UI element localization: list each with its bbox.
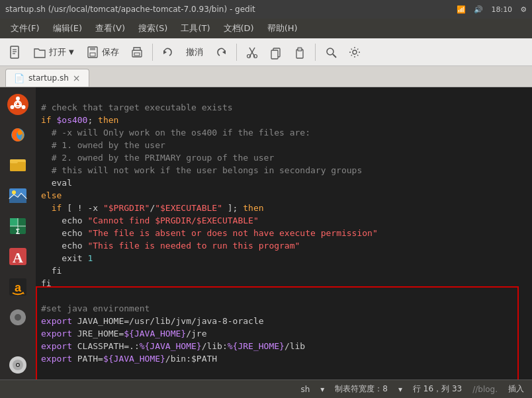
cut-button[interactable] (241, 41, 263, 63)
new-button[interactable] (4, 41, 26, 63)
cursor-position: 行 16，列 33 (413, 383, 462, 395)
svg-rect-32 (10, 162, 26, 171)
svg-rect-0 (11, 46, 19, 58)
time-display: 18:10 (491, 5, 512, 14)
svg-text:A: A (13, 249, 23, 266)
find-button[interactable] (320, 41, 342, 63)
svg-marker-10 (222, 50, 226, 54)
toolbar: 打开 ▼ 保存 撤消 (0, 38, 532, 66)
menu-docs[interactable]: 文档(D) (218, 21, 259, 36)
svg-line-20 (333, 54, 336, 58)
undo-button[interactable] (157, 41, 179, 63)
svg-text:a: a (15, 281, 22, 294)
menu-bar: 文件(F) 编辑(E) 查看(V) 搜索(S) 工具(T) 文档(D) 帮助(H… (0, 19, 532, 38)
undo-text: 撤消 (186, 46, 203, 58)
svg-rect-48 (17, 309, 19, 313)
save-label: 保存 (102, 46, 119, 58)
svg-text:Σ: Σ (16, 228, 20, 235)
print-button[interactable] (126, 41, 148, 63)
separator-dot: ▾ (320, 385, 324, 394)
left-sidebar: Σ A a (0, 87, 36, 379)
svg-point-24 (11, 105, 15, 109)
image-viewer-icon[interactable] (3, 181, 32, 210)
redo-button[interactable] (210, 41, 232, 63)
font-manager-icon[interactable]: A (3, 242, 32, 271)
tab-startup-sh[interactable]: 📄 startup.sh × (5, 69, 89, 87)
svg-point-23 (16, 97, 20, 100)
open-button[interactable]: 打开 ▼ (28, 43, 79, 61)
menu-help[interactable]: 帮助(H) (262, 21, 303, 36)
undo-label-btn[interactable]: 撤消 (181, 44, 208, 61)
svg-rect-6 (90, 53, 95, 56)
svg-marker-9 (163, 50, 167, 54)
system-settings-icon[interactable] (3, 303, 32, 332)
tab-icon: 📄 (14, 73, 24, 83)
svg-rect-5 (90, 47, 95, 50)
status-right: sh ▾ 制表符宽度：8 ▾ 行 16，列 33 //blog. 插入 (300, 383, 524, 395)
svg-rect-16 (271, 50, 278, 59)
ubuntu-icon[interactable] (3, 90, 32, 119)
settings-icon[interactable]: ⚙ (520, 5, 527, 14)
save-button[interactable]: 保存 (81, 43, 124, 61)
svg-rect-18 (298, 48, 302, 51)
spreadsheet-icon[interactable]: Σ (3, 212, 32, 241)
copy-button[interactable] (265, 41, 287, 63)
tab-close-button[interactable]: × (73, 73, 81, 83)
svg-point-21 (353, 50, 357, 54)
svg-point-19 (327, 48, 333, 55)
svg-point-25 (22, 105, 26, 109)
code-content: # check that target executable exists if… (36, 87, 532, 379)
open-arrow: ▼ (69, 48, 74, 56)
menu-tools[interactable]: 工具(T) (175, 21, 215, 36)
app-title: startup.sh (/usr/local/tomcat/apache-tom… (5, 5, 255, 14)
main-content: Σ A a (0, 87, 532, 379)
language-mode[interactable]: sh (300, 385, 310, 394)
menu-edit[interactable]: 编辑(E) (48, 21, 87, 36)
separator-dot2: ▾ (398, 385, 402, 394)
svg-rect-37 (10, 218, 18, 226)
svg-point-55 (17, 364, 19, 366)
volume-status: 🔊 (474, 5, 483, 14)
svg-point-47 (15, 314, 21, 321)
svg-point-35 (12, 190, 16, 194)
status-bar: sh ▾ 制表符宽度：8 ▾ 行 16，列 33 //blog. 插入 (0, 379, 532, 398)
amazon-icon[interactable]: a (3, 272, 32, 301)
svg-rect-51 (22, 317, 26, 319)
dvd-icon[interactable] (3, 350, 32, 379)
tab-filename: startup.sh (28, 73, 69, 83)
svg-rect-50 (10, 317, 13, 319)
firefox-icon[interactable] (3, 120, 32, 149)
menu-view[interactable]: 查看(V) (90, 21, 130, 36)
menu-search[interactable]: 搜索(S) (133, 21, 173, 36)
svg-rect-33 (10, 159, 18, 163)
network-status: 📶 (457, 5, 466, 14)
svg-rect-8 (134, 53, 140, 56)
title-bar: startup.sh (/usr/local/tomcat/apache-tom… (0, 0, 532, 19)
files-icon[interactable] (3, 151, 32, 180)
insert-mode: 插入 (508, 383, 524, 395)
tab-width[interactable]: 制表符宽度：8 (335, 383, 388, 395)
blog-url: //blog. (472, 385, 498, 394)
sep2 (236, 44, 237, 61)
open-label: 打开 (49, 46, 66, 58)
tools-button[interactable] (343, 41, 366, 63)
sep3 (315, 44, 316, 61)
code-editor[interactable]: # check that target executable exists if… (36, 87, 532, 379)
menu-file[interactable]: 文件(F) (5, 21, 45, 36)
svg-rect-49 (17, 322, 19, 325)
paste-button[interactable] (288, 41, 311, 63)
tab-bar: 📄 startup.sh × (0, 66, 532, 87)
sep1 (152, 44, 153, 61)
